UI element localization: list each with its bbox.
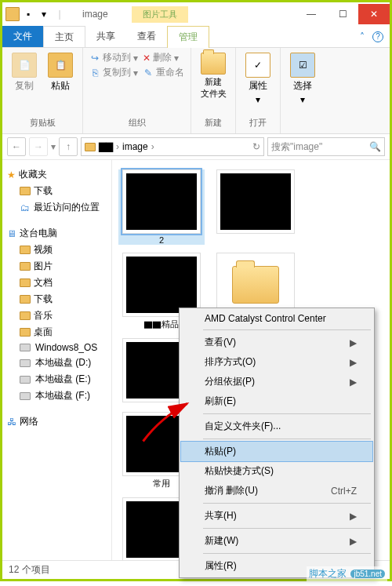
select-button[interactable]: ☑选择▾ xyxy=(287,51,318,107)
copy-button[interactable]: 📄复制 xyxy=(9,51,40,94)
menu-separator xyxy=(203,413,371,414)
submenu-arrow-icon: ▶ xyxy=(350,511,357,522)
help-icon[interactable]: ? xyxy=(372,31,383,42)
ribbon-group-new: 新建 文件夹 新建 xyxy=(191,48,236,133)
watermark: 脚本之家 jb51.net xyxy=(307,566,387,581)
moveto-button[interactable]: ↪移动到 ▾ xyxy=(89,51,138,64)
tree-item-recent[interactable]: 🗂最近访问的位置 xyxy=(5,199,108,216)
menu-item[interactable]: 共享(H)▶ xyxy=(181,506,372,526)
tree-item[interactable]: 视频 xyxy=(5,242,108,258)
submenu-arrow-icon: ▶ xyxy=(350,337,357,348)
menu-separator xyxy=(203,329,371,330)
network-icon: 🖧 xyxy=(7,417,16,428)
select-icon: ☑ xyxy=(290,53,315,78)
copyto-icon: ⎘ xyxy=(89,67,100,78)
ribbon-collapse-icon[interactable]: ˄ xyxy=(360,31,365,42)
maximize-button[interactable]: ☐ xyxy=(327,4,358,24)
qat-sep: | xyxy=(53,7,67,21)
copyto-button[interactable]: ⎘复制到 ▾ xyxy=(89,66,138,79)
tree-this-pc[interactable]: 🖥这台电脑 xyxy=(5,225,108,242)
search-input[interactable]: 搜索"image" 🔍 xyxy=(267,137,385,156)
back-button[interactable]: ← xyxy=(7,137,26,156)
new-folder-button[interactable]: 新建 文件夹 xyxy=(198,51,229,101)
paste-icon: 📋 xyxy=(48,53,73,78)
tree-item[interactable]: 音乐 xyxy=(5,308,108,324)
menu-item[interactable]: 自定义文件夹(F)... xyxy=(181,417,372,436)
folder-icon xyxy=(20,311,31,320)
folder-icon xyxy=(85,143,96,151)
navigation-pane: ★收藏夹 下载 🗂最近访问的位置 🖥这台电脑 视频 图片 文档 下载 音乐 桌面… xyxy=(2,160,112,560)
rename-button[interactable]: ✎重命名 xyxy=(143,66,184,79)
menu-item[interactable]: AMD Catalyst Control Center xyxy=(181,310,372,327)
ribbon-group-select: ☑选择▾ xyxy=(281,48,325,133)
status-text: 12 个项目 xyxy=(9,563,50,577)
file-name: 常用 xyxy=(153,478,170,490)
tab-share[interactable]: 共享 xyxy=(85,26,126,47)
properties-icon: ✓ xyxy=(245,53,270,78)
menu-item[interactable]: 粘贴(P) xyxy=(181,442,372,461)
menu-item[interactable]: 查看(V)▶ xyxy=(181,333,372,352)
folder-icon xyxy=(20,278,31,287)
ribbon-group-label: 打开 xyxy=(248,115,268,130)
ribbon-tabs: 文件 主页 共享 查看 管理 ˄ ? xyxy=(2,26,390,48)
refresh-icon[interactable]: ↻ xyxy=(252,141,260,152)
ribbon-group-label: 新建 xyxy=(203,115,223,130)
tree-item[interactable]: 桌面 xyxy=(5,324,108,340)
tree-item[interactable]: 本地磁盘 (F:) xyxy=(5,388,108,404)
folder-icon[interactable] xyxy=(5,7,20,21)
paste-button[interactable]: 📋粘贴 xyxy=(45,51,76,94)
breadcrumb-segment[interactable]: ▇▇ xyxy=(99,141,113,152)
menu-item[interactable]: 排序方式(O)▶ xyxy=(181,352,372,372)
tree-favorites[interactable]: ★收藏夹 xyxy=(5,166,108,183)
tree-item[interactable]: 图片 xyxy=(5,258,108,275)
tree-item[interactable]: 本地磁盘 (E:) xyxy=(5,371,108,388)
delete-button[interactable]: ✕ 删除 ▾ xyxy=(143,51,184,64)
menu-item[interactable]: 刷新(E) xyxy=(181,391,372,411)
drive-icon xyxy=(20,376,31,384)
menu-item[interactable]: 分组依据(P)▶ xyxy=(181,372,372,391)
tree-item[interactable]: 下载 xyxy=(5,291,108,308)
navigation-bar: ← → ▾ ↑ ▇▇› image› ↻ 搜索"image" 🔍 xyxy=(2,134,390,160)
ribbon: 📄复制 📋粘贴 剪贴板 ↪移动到 ▾ ⎘复制到 ▾ ✕ 删除 ▾ ✎重命名 组织… xyxy=(2,48,390,134)
drive-icon xyxy=(20,392,31,400)
address-bar[interactable]: ▇▇› image› ↻ xyxy=(81,137,264,156)
file-item[interactable]: 2 xyxy=(118,169,205,245)
qat-item[interactable]: ▪ xyxy=(21,7,35,21)
forward-button[interactable]: → xyxy=(29,137,48,156)
breadcrumb-segment[interactable]: image xyxy=(122,141,148,152)
tree-item[interactable]: 文档 xyxy=(5,275,108,291)
tree-item-downloads[interactable]: 下载 xyxy=(5,183,108,199)
tab-view[interactable]: 查看 xyxy=(126,26,167,47)
properties-button[interactable]: ✓属性▾ xyxy=(242,51,274,107)
tree-item[interactable]: 本地磁盘 (D:) xyxy=(5,355,108,371)
tree-item[interactable]: Windows8_OS xyxy=(5,340,108,355)
close-button[interactable]: ✕ xyxy=(358,4,390,24)
file-name: ▇▇精品 xyxy=(144,318,179,330)
ribbon-group-label: 剪贴板 xyxy=(28,115,57,130)
qat-dropdown-icon[interactable]: ▾ xyxy=(37,7,51,21)
submenu-arrow-icon: ▶ xyxy=(350,357,357,368)
ribbon-group-organize: ↪移动到 ▾ ⎘复制到 ▾ ✕ 删除 ▾ ✎重命名 组织 xyxy=(83,48,191,133)
folder-icon xyxy=(20,246,31,254)
folder-icon xyxy=(20,187,31,195)
thumbnail xyxy=(216,169,295,234)
tab-home[interactable]: 主页 xyxy=(43,26,85,49)
tab-manage[interactable]: 管理 xyxy=(167,26,209,48)
file-name: 2 xyxy=(159,235,164,245)
folder-icon xyxy=(20,328,31,337)
rename-icon: ✎ xyxy=(143,67,154,78)
history-dropdown[interactable]: ▾ xyxy=(51,141,56,152)
menu-item[interactable]: 粘贴快捷方式(S) xyxy=(181,461,372,481)
recent-icon: 🗂 xyxy=(20,202,31,213)
minimize-button[interactable]: — xyxy=(296,4,327,24)
context-menu: AMD Catalyst Control Center查看(V)▶排序方式(O)… xyxy=(179,308,375,578)
up-button[interactable]: ↑ xyxy=(59,137,78,156)
menu-item[interactable]: 新建(W)▶ xyxy=(181,531,372,551)
file-item[interactable] xyxy=(212,169,299,245)
window-title: image xyxy=(82,9,108,20)
folder-icon xyxy=(20,262,31,271)
tree-network[interactable]: 🖧网络 xyxy=(5,413,108,430)
ribbon-group-clipboard: 📄复制 📋粘贴 剪贴板 xyxy=(2,48,83,133)
menu-item[interactable]: 撤消 删除(U)Ctrl+Z xyxy=(181,481,372,500)
tab-file[interactable]: 文件 xyxy=(2,26,43,47)
